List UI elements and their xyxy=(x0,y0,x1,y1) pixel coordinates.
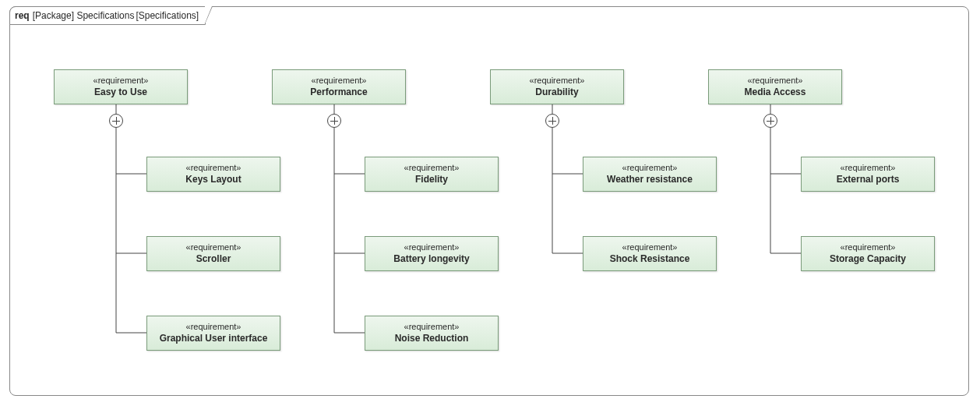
req-title: Keys Layout xyxy=(150,173,277,185)
containment-icon xyxy=(109,114,123,128)
req-title: Media Access xyxy=(712,86,838,98)
req-title: Shock Resistance xyxy=(587,252,713,265)
req-battery[interactable]: «requirement» Battery longevity xyxy=(365,236,499,271)
stereotype-label: «requirement» xyxy=(805,242,931,252)
stereotype-label: «requirement» xyxy=(368,242,495,252)
frame-header: req [Package] Specifications [Specificat… xyxy=(9,6,206,25)
req-title: Weather resistance xyxy=(587,173,713,185)
req-durability[interactable]: «requirement» Durability xyxy=(490,69,624,104)
stereotype-label: «requirement» xyxy=(150,162,277,173)
req-media-access[interactable]: «requirement» Media Access xyxy=(708,69,842,104)
req-noise[interactable]: «requirement» Noise Reduction xyxy=(365,316,499,351)
stereotype-label: «requirement» xyxy=(276,75,402,86)
stereotype-label: «requirement» xyxy=(368,321,495,332)
req-storage[interactable]: «requirement» Storage Capacity xyxy=(801,236,935,271)
req-performance[interactable]: «requirement» Performance xyxy=(272,69,406,104)
req-title: External ports xyxy=(805,173,931,185)
req-title: Scroller xyxy=(150,252,277,265)
frame-view: [Specifications] xyxy=(136,8,199,23)
req-title: Graphical User interface xyxy=(150,332,277,344)
req-title: Easy to Use xyxy=(58,86,184,98)
req-weather[interactable]: «requirement» Weather resistance xyxy=(583,157,717,192)
req-title: Performance xyxy=(276,86,402,98)
req-title: Durability xyxy=(494,86,620,98)
req-fidelity[interactable]: «requirement» Fidelity xyxy=(365,157,499,192)
stereotype-label: «requirement» xyxy=(587,242,713,252)
stereotype-label: «requirement» xyxy=(150,242,277,252)
stereotype-label: «requirement» xyxy=(58,75,184,86)
diagram-frame: req [Package] Specifications [Specificat… xyxy=(9,6,969,396)
req-keys-layout[interactable]: «requirement» Keys Layout xyxy=(146,157,280,192)
stereotype-label: «requirement» xyxy=(805,162,931,173)
req-gui[interactable]: «requirement» Graphical User interface xyxy=(146,316,280,351)
stereotype-label: «requirement» xyxy=(150,321,277,332)
req-title: Noise Reduction xyxy=(368,332,495,344)
stereotype-label: «requirement» xyxy=(587,162,713,173)
containment-icon xyxy=(545,114,559,128)
frame-kind: req xyxy=(15,8,30,23)
stereotype-label: «requirement» xyxy=(712,75,838,86)
req-easy-to-use[interactable]: «requirement» Easy to Use xyxy=(54,69,188,104)
req-title: Fidelity xyxy=(368,173,495,185)
req-shock[interactable]: «requirement» Shock Resistance xyxy=(583,236,717,271)
req-title: Battery longevity xyxy=(368,252,495,265)
frame-scope: [Package] Specifications xyxy=(33,8,135,23)
stereotype-label: «requirement» xyxy=(494,75,620,86)
req-title: Storage Capacity xyxy=(805,252,931,265)
containment-icon xyxy=(763,114,777,128)
req-scroller[interactable]: «requirement» Scroller xyxy=(146,236,280,271)
containment-icon xyxy=(327,114,341,128)
stereotype-label: «requirement» xyxy=(368,162,495,173)
req-external-ports[interactable]: «requirement» External ports xyxy=(801,157,935,192)
